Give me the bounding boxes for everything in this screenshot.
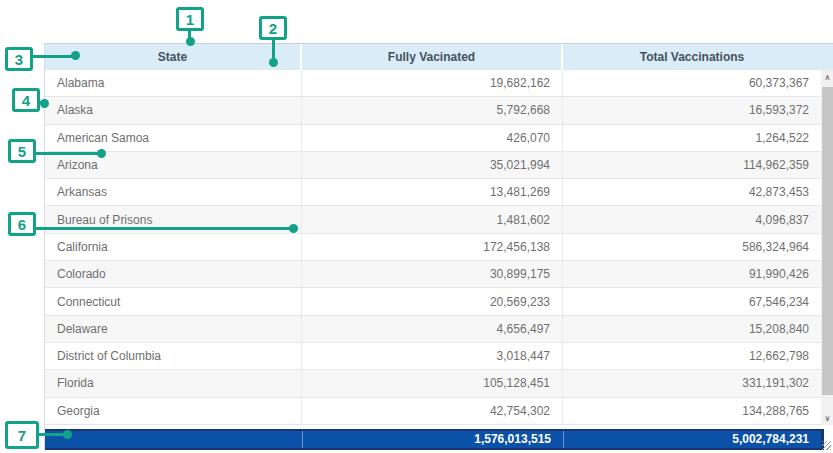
cell-fully-vaccinated: 1,481,602: [302, 206, 563, 232]
table-row[interactable]: Arkansas13,481,26942,873,453: [45, 179, 821, 206]
cell-total-vaccinations: 15,208,840: [563, 316, 821, 342]
cell-total-vaccinations: 16,593,372: [563, 97, 821, 123]
cell-state: Georgia: [45, 398, 302, 424]
column-header-filler: [821, 44, 833, 70]
cell-state: Arkansas: [45, 179, 302, 205]
cell-state: Alabama: [45, 70, 302, 96]
cell-total-vaccinations: 331,191,302: [563, 370, 821, 396]
table-row[interactable]: Alaska5,792,66816,593,372: [45, 97, 821, 124]
column-header-total-vaccinations[interactable]: Total Vaccinations: [563, 44, 821, 70]
cell-fully-vaccinated: 172,456,138: [302, 234, 563, 260]
cell-fully-vaccinated: 30,899,175: [302, 261, 563, 287]
cell-total-vaccinations: 134,288,765: [563, 398, 821, 424]
cell-total-vaccinations: 91,990,426: [563, 261, 821, 287]
callout-number-box: 6: [8, 212, 36, 236]
callout-number-box: 5: [8, 139, 36, 163]
cell-fully-vaccinated: 426,070: [302, 125, 563, 151]
cell-fully-vaccinated: 5,792,668: [302, 97, 563, 123]
cell-total-vaccinations: 114,962,359: [563, 152, 821, 178]
table-row[interactable]: Delaware4,656,49715,208,840: [45, 316, 821, 343]
cell-fully-vaccinated: 35,021,994: [302, 152, 563, 178]
column-header-fully-vaccinated[interactable]: Fully Vacinated: [302, 44, 563, 70]
data-table: State Fully Vacinated Total Vaccinations…: [44, 43, 833, 450]
callout-number-box: 2: [259, 16, 287, 40]
cell-state: Colorado: [45, 261, 302, 287]
cell-state: Arizona: [45, 152, 302, 178]
table-row[interactable]: Connecticut20,569,23367,546,234: [45, 288, 821, 315]
cell-fully-vaccinated: 105,128,451: [302, 370, 563, 396]
table-row[interactable]: Colorado30,899,17591,990,426: [45, 261, 821, 288]
cell-fully-vaccinated: 42,754,302: [302, 398, 563, 424]
table-header: State Fully Vacinated Total Vaccinations: [45, 43, 833, 70]
cell-state: Bureau of Prisons: [45, 206, 302, 232]
totals-total-vaccinations: 5,002,784,231: [563, 431, 821, 448]
cell-state: Alaska: [45, 97, 302, 123]
vertical-scrollbar[interactable]: ∧ ∨: [821, 70, 833, 425]
callout-number-box: 3: [5, 47, 33, 71]
cell-state: District of Columbia: [45, 343, 302, 369]
cell-total-vaccinations: 4,096,837: [563, 206, 821, 232]
cell-state: American Samoa: [45, 125, 302, 151]
callout-number-box: 4: [12, 88, 40, 112]
callout-number-box: 7: [5, 421, 39, 449]
cell-total-vaccinations: 586,324,964: [563, 234, 821, 260]
cell-total-vaccinations: 42,873,453: [563, 179, 821, 205]
cell-total-vaccinations: 67,546,234: [563, 288, 821, 314]
cell-state: California: [45, 234, 302, 260]
cell-state: Delaware: [45, 316, 302, 342]
cell-total-vaccinations: 12,662,798: [563, 343, 821, 369]
totals-state-cell: [45, 431, 302, 448]
table-row[interactable]: Arizona35,021,994114,962,359: [45, 152, 821, 179]
table-row[interactable]: Georgia42,754,302134,288,765: [45, 398, 821, 425]
cell-fully-vaccinated: 19,682,162: [302, 70, 563, 96]
scroll-down-icon[interactable]: ∨: [821, 411, 833, 425]
table-row[interactable]: Alabama19,682,16260,373,367: [45, 70, 821, 97]
scroll-up-icon[interactable]: ∧: [821, 70, 833, 84]
scrollbar-thumb[interactable]: [822, 87, 833, 395]
resize-grip-icon[interactable]: [822, 441, 831, 450]
table-row[interactable]: Florida105,128,451331,191,302: [45, 370, 821, 397]
totals-fully-vaccinated: 1,576,013,515: [302, 431, 563, 448]
table-row[interactable]: California172,456,138586,324,964: [45, 234, 821, 261]
cell-state: Connecticut: [45, 288, 302, 314]
page: State Fully Vacinated Total Vaccinations…: [0, 0, 833, 453]
cell-total-vaccinations: 60,373,367: [563, 70, 821, 96]
cell-fully-vaccinated: 4,656,497: [302, 316, 563, 342]
cell-fully-vaccinated: 20,569,233: [302, 288, 563, 314]
column-header-state[interactable]: State: [45, 44, 302, 70]
cell-fully-vaccinated: 3,018,447: [302, 343, 563, 369]
table-body: Alabama19,682,16260,373,367Alaska5,792,6…: [45, 70, 821, 425]
totals-row: 1,576,013,515 5,002,784,231: [45, 429, 824, 450]
cell-total-vaccinations: 1,264,522: [563, 125, 821, 151]
table-row[interactable]: District of Columbia3,018,44712,662,798: [45, 343, 821, 370]
callout-number-box: 1: [176, 7, 204, 31]
table-row[interactable]: Bureau of Prisons1,481,6024,096,837: [45, 206, 821, 233]
table-row[interactable]: American Samoa426,0701,264,522: [45, 125, 821, 152]
callout-stem: [188, 30, 191, 39]
cell-fully-vaccinated: 13,481,269: [302, 179, 563, 205]
cell-state: Florida: [45, 370, 302, 396]
